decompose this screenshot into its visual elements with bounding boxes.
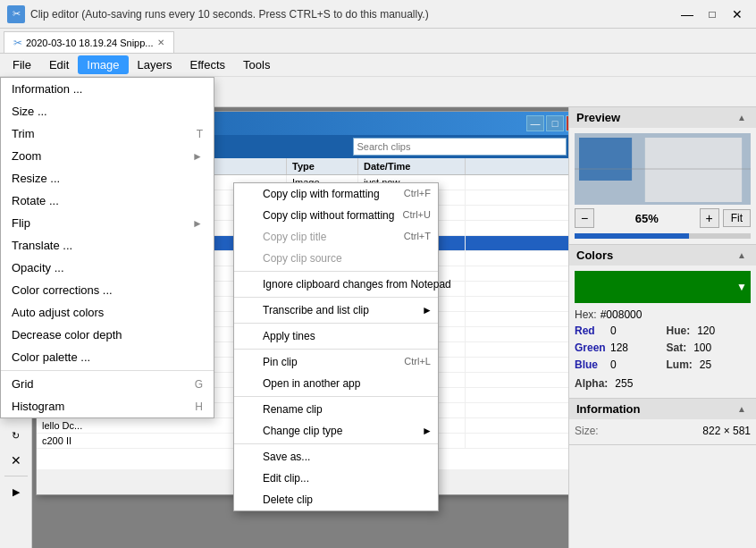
- menu-file[interactable]: File: [4, 55, 40, 74]
- app-icon: ✂: [7, 5, 25, 23]
- inner-maximize[interactable]: □: [546, 115, 564, 131]
- menu-item-trim[interactable]: Trim T: [1, 122, 214, 145]
- svg-rect-1: [579, 138, 632, 181]
- menu-item-histogram[interactable]: Histogram H: [1, 395, 214, 417]
- right-panel: Preview ▲ −: [568, 107, 756, 548]
- menu-item-grid[interactable]: Grid G: [1, 373, 214, 395]
- ctx-transcribe[interactable]: Transcribe and list clip ►: [234, 299, 438, 321]
- menu-item-auto-adjust[interactable]: Auto adjust colors: [1, 301, 214, 324]
- ctx-copy-no-formatting[interactable]: Copy clip without formatting Ctrl+U: [234, 205, 438, 226]
- menu-item-information[interactable]: Information ...: [1, 78, 214, 100]
- menu-item-resize[interactable]: Resize ...: [1, 167, 214, 190]
- window-controls: — □ ✕: [676, 5, 749, 23]
- lum-row: Lum: 25: [667, 358, 752, 371]
- minimize-button[interactable]: —: [676, 5, 699, 23]
- ctx-edit[interactable]: Edit clip...: [234, 468, 438, 489]
- menu-image[interactable]: Image: [78, 55, 128, 74]
- ctx-copy-formatting[interactable]: Copy clip with formatting Ctrl+F: [234, 183, 438, 205]
- title-bar: ✂ Clip editor (Auto-saving runs every 10…: [0, 0, 756, 29]
- zoom-plus-button[interactable]: +: [700, 208, 719, 228]
- zoom-fit-button[interactable]: Fit: [723, 209, 751, 227]
- inner-minimize[interactable]: —: [526, 115, 544, 131]
- menu-bar: File Edit Image Layers Effects Tools Inf…: [0, 54, 756, 77]
- information-section: Information ▲ Size: 822 × 581: [569, 399, 756, 445]
- tool-erase[interactable]: ✕: [4, 449, 29, 472]
- ctx-delete[interactable]: Delete clip: [234, 489, 438, 510]
- menu-item-zoom[interactable]: Zoom ►: [1, 145, 214, 167]
- zoom-slider-fill: [575, 233, 689, 239]
- menu-item-color-corrections[interactable]: Color corrections ...: [1, 279, 214, 301]
- close-button[interactable]: ✕: [726, 5, 749, 23]
- hex-row: Hex: #008000: [575, 308, 751, 321]
- red-row: Red 0: [575, 325, 659, 337]
- preview-image: [575, 133, 751, 205]
- size-info-label: Size:: [575, 425, 599, 437]
- sat-row: Sat: 100: [667, 341, 752, 354]
- context-menu: Copy clip with formatting Ctrl+F Copy cl…: [233, 182, 439, 511]
- ctx-change-type[interactable]: Change clip type ►: [234, 420, 438, 442]
- sat-label: Sat:: [667, 341, 687, 354]
- ctx-apply[interactable]: Apply tines: [234, 325, 438, 347]
- inner-close[interactable]: ✕: [566, 115, 568, 131]
- information-header: Information ▲: [569, 399, 756, 419]
- size-info-row: Size: 822 × 581: [575, 425, 751, 437]
- colors-scroll-up[interactable]: ▲: [735, 250, 749, 260]
- tab-icon: ✂: [13, 37, 22, 49]
- ctx-pin[interactable]: Pin clip Ctrl+L: [234, 351, 438, 373]
- colors-content: Hex: #008000 Red 0 Hue: 120 Green 128: [569, 266, 756, 398]
- green-value: 128: [610, 341, 628, 354]
- ctx-sep-3: [234, 323, 438, 324]
- alpha-row: Alpha: 255: [575, 377, 751, 390]
- ctx-save-as[interactable]: Save as...: [234, 446, 438, 468]
- menu-edit[interactable]: Edit: [40, 55, 78, 74]
- ctx-rename[interactable]: Rename clip: [234, 399, 438, 420]
- ctx-ignore-notepad[interactable]: Ignore clipboard changes from Notepad: [234, 274, 438, 295]
- information-scroll-up[interactable]: ▲: [735, 404, 749, 414]
- hue-value: 120: [697, 325, 715, 337]
- inner-search[interactable]: [353, 138, 567, 156]
- menu-item-decrease-color[interactable]: Decrease color depth: [1, 324, 214, 346]
- maximize-button[interactable]: □: [701, 5, 724, 23]
- menu-item-size[interactable]: Size ...: [1, 100, 214, 122]
- ctx-sep-5: [234, 396, 438, 397]
- menu-item-opacity[interactable]: Opacity ...: [1, 257, 214, 279]
- hex-value: #008000: [601, 308, 643, 321]
- preview-section: Preview ▲ −: [569, 107, 756, 245]
- green-label: Green: [575, 341, 607, 354]
- zoom-slider[interactable]: [575, 233, 751, 239]
- menu-layers[interactable]: Layers: [129, 55, 181, 74]
- menu-item-color-palette[interactable]: Color palette ...: [1, 346, 214, 368]
- preview-title: Preview: [576, 111, 620, 124]
- tool-rotate[interactable]: ↻: [4, 424, 29, 447]
- image-dropdown-menu: Information ... Size ... Trim T Zoom ► R…: [0, 77, 214, 418]
- colors-title: Colors: [576, 249, 613, 262]
- menu-effects[interactable]: Effects: [181, 55, 235, 74]
- menu-tools[interactable]: Tools: [234, 55, 279, 74]
- lum-label: Lum:: [667, 358, 693, 371]
- tab-active[interactable]: ✂ 2020-03-10 18.19.24 Snipp... ✕: [4, 31, 174, 53]
- menu-separator-grid: [1, 370, 214, 371]
- tool-play[interactable]: ▶: [4, 480, 29, 503]
- ctx-copy-source[interactable]: Copy clip source: [234, 248, 438, 269]
- tab-close-icon[interactable]: ✕: [157, 38, 164, 47]
- blue-label: Blue: [575, 358, 607, 371]
- menu-item-rotate[interactable]: Rotate ...: [1, 190, 214, 212]
- preview-scroll-up[interactable]: ▲: [735, 113, 749, 122]
- ctx-open-another[interactable]: Open in another app: [234, 373, 438, 394]
- menu-item-translate[interactable]: Translate ...: [1, 234, 214, 257]
- color-swatch[interactable]: [575, 271, 751, 303]
- app-title: Clip editor (Auto-saving runs every 10 s…: [30, 8, 676, 21]
- blue-row: Blue 0: [575, 358, 659, 371]
- zoom-minus-button[interactable]: −: [575, 208, 594, 228]
- colors-header: Colors ▲: [569, 245, 756, 266]
- sat-value: 100: [693, 341, 711, 354]
- preview-content: − 65% + Fit: [569, 128, 756, 244]
- ctx-sep-1: [234, 271, 438, 272]
- menu-item-flip[interactable]: Flip ►: [1, 212, 214, 234]
- ctx-sep-2: [234, 297, 438, 298]
- ctx-copy-title[interactable]: Copy clip title Ctrl+T: [234, 226, 438, 248]
- hex-label: Hex:: [575, 308, 597, 321]
- lum-value: 25: [700, 358, 711, 371]
- hue-row: Hue: 120: [667, 325, 752, 337]
- green-row: Green 128: [575, 341, 659, 354]
